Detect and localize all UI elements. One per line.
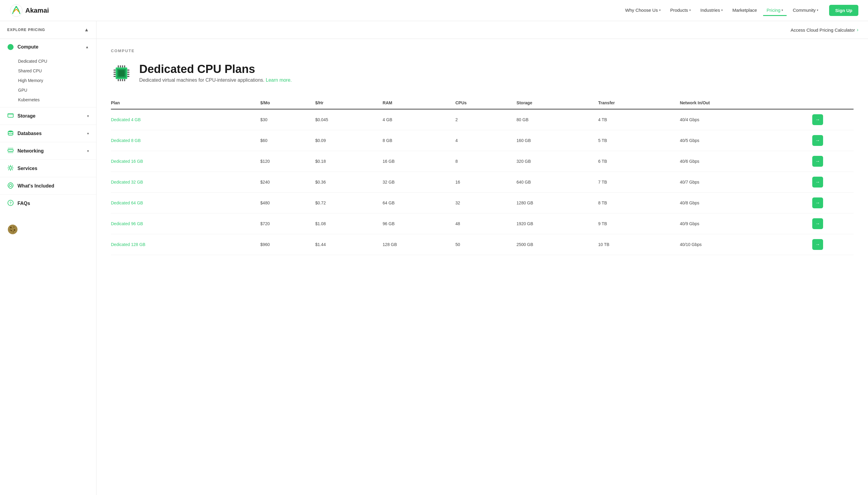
sidebar-section-header-databases[interactable]: Databases ▾ (0, 124, 96, 142)
nav-marketplace[interactable]: Marketplace (729, 5, 761, 16)
row-arrow-button-6[interactable]: → (812, 239, 823, 250)
sidebar-section-header-storage[interactable]: Storage ▾ (0, 107, 96, 124)
sidebar-section-header-networking[interactable]: Networking ▾ (0, 142, 96, 159)
cell-network: 40/6 Gbps (680, 151, 812, 172)
cell-action: → (812, 234, 853, 255)
faqs-icon: ? (7, 200, 14, 207)
cell-mo: $960 (260, 234, 315, 255)
cell-transfer: 4 TB (598, 109, 680, 130)
sidebar-item-high-memory[interactable]: High Memory (18, 76, 96, 85)
sidebar-item-gpu[interactable]: GPU (18, 85, 96, 95)
col-transfer: Transfer (598, 97, 680, 109)
nav-why-choose-us[interactable]: Why Choose Us ▾ (622, 5, 664, 16)
cell-cpus: 2 (455, 109, 517, 130)
compute-icon (7, 44, 14, 50)
sidebar-item-dedicated-cpu[interactable]: Dedicated CPU (18, 56, 96, 66)
signup-button[interactable]: Sign Up (829, 5, 858, 16)
logo[interactable]: Akamai (10, 4, 49, 17)
row-arrow-button-1[interactable]: → (812, 135, 823, 146)
row-arrow-button-5[interactable]: → (812, 218, 823, 229)
cell-cpus: 50 (455, 234, 517, 255)
sidebar-title: Explore Pricing (7, 28, 45, 32)
storage-icon (7, 112, 14, 120)
nav-community[interactable]: Community ▾ (789, 5, 822, 16)
sidebar: Explore Pricing ▲ Compute ▲ Dedicated CP… (0, 21, 97, 495)
cookie-icon[interactable] (7, 224, 89, 236)
cell-cpus: 8 (455, 151, 517, 172)
networking-chevron-icon: ▾ (87, 149, 89, 153)
cell-storage: 160 GB (517, 130, 598, 151)
table-row: Dedicated 4 GB $30 $0.045 4 GB 2 80 GB 4… (111, 109, 853, 130)
sidebar-nav-services[interactable]: Services (0, 159, 96, 177)
nav-industries[interactable]: Industries ▾ (697, 5, 726, 16)
plan-link-6[interactable]: Dedicated 128 GB (111, 242, 145, 247)
cell-cpus: 16 (455, 172, 517, 193)
learn-more-link[interactable]: Learn more. (266, 78, 292, 83)
plan-link-3[interactable]: Dedicated 32 GB (111, 180, 143, 185)
cell-hr: $0.36 (315, 172, 383, 193)
databases-chevron-icon: ▾ (87, 132, 89, 136)
main-layout: Explore Pricing ▲ Compute ▲ Dedicated CP… (0, 21, 868, 495)
cell-ram: 128 GB (383, 234, 455, 255)
main-nav: Why Choose Us ▾ Products ▾ Industries ▾ … (622, 5, 858, 16)
svg-rect-28 (122, 79, 123, 81)
row-arrow-button-3[interactable]: → (812, 177, 823, 188)
row-arrow-button-2[interactable]: → (812, 156, 823, 167)
cell-storage: 320 GB (517, 151, 598, 172)
networking-label: Networking (17, 148, 44, 154)
sidebar-item-kubernetes[interactable]: Kubernetes (18, 95, 96, 105)
databases-icon (7, 130, 14, 137)
cell-ram: 4 GB (383, 109, 455, 130)
col-hr: $/Hr (315, 97, 383, 109)
compute-label: Compute (17, 44, 38, 50)
col-plan: Plan (111, 97, 260, 109)
compute-chevron-icon: ▲ (85, 45, 89, 49)
col-ram: RAM (383, 97, 455, 109)
services-label: Services (17, 166, 37, 171)
cell-action: → (812, 172, 853, 193)
sidebar-nav-faqs[interactable]: ? FAQs (0, 194, 96, 212)
cell-mo: $240 (260, 172, 315, 193)
cell-transfer: 7 TB (598, 172, 680, 193)
svg-rect-29 (124, 79, 125, 81)
col-action (812, 97, 853, 109)
nav-pricing[interactable]: Pricing ▾ (763, 5, 787, 16)
cell-network: 40/10 Gbps (680, 234, 812, 255)
svg-rect-35 (127, 72, 129, 73)
cell-network: 40/8 Gbps (680, 193, 812, 214)
svg-rect-25 (124, 65, 125, 68)
sidebar-nav-whats-included[interactable]: What's Included (0, 177, 96, 194)
svg-rect-23 (120, 65, 121, 68)
databases-label: Databases (17, 131, 41, 136)
row-arrow-button-0[interactable]: → (812, 114, 823, 125)
svg-rect-22 (118, 65, 119, 68)
plan-link-2[interactable]: Dedicated 16 GB (111, 159, 143, 164)
collapse-icon[interactable]: ▲ (84, 27, 89, 33)
pricing-calculator-link[interactable]: Access Cloud Pricing Calculator › (791, 27, 858, 33)
cell-action: → (812, 151, 853, 172)
cell-hr: $0.045 (315, 109, 383, 130)
svg-rect-6 (8, 150, 13, 151)
akamai-logo-icon (10, 4, 23, 17)
svg-rect-30 (114, 70, 116, 71)
row-arrow-button-4[interactable]: → (812, 198, 823, 208)
nav-products[interactable]: Products ▾ (667, 5, 694, 16)
col-storage: Storage (517, 97, 598, 109)
table-row: Dedicated 8 GB $60 $0.09 8 GB 4 160 GB 5… (111, 130, 853, 151)
cell-ram: 64 GB (383, 193, 455, 214)
plan-link-0[interactable]: Dedicated 4 GB (111, 117, 141, 122)
main-content: Access Cloud Pricing Calculator › Comput… (97, 21, 868, 495)
plan-link-5[interactable]: Dedicated 96 GB (111, 221, 143, 226)
svg-point-5 (8, 131, 13, 132)
table-header: Plan $/Mo $/Hr RAM CPUs Storage Transfer… (111, 97, 853, 109)
svg-point-15 (14, 227, 15, 227)
svg-rect-33 (114, 76, 116, 77)
sidebar-section-header-compute[interactable]: Compute ▲ (0, 39, 96, 55)
chevron-icon: ▾ (689, 8, 691, 12)
sidebar-item-shared-cpu[interactable]: Shared CPU (18, 66, 96, 76)
table-row: Dedicated 96 GB $720 $1.08 96 GB 48 1920… (111, 214, 853, 234)
plan-link-4[interactable]: Dedicated 64 GB (111, 201, 143, 205)
plan-link-1[interactable]: Dedicated 8 GB (111, 138, 141, 143)
cell-storage: 80 GB (517, 109, 598, 130)
chevron-icon: ▾ (659, 8, 661, 12)
